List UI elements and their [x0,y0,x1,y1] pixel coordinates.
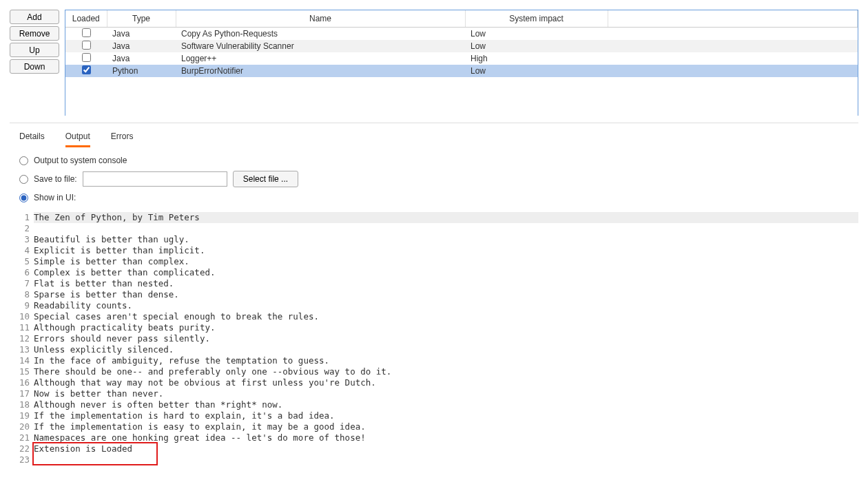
output-line: Special cases aren't special enough to b… [34,311,858,322]
output-line: If the implementation is easy to explain… [34,421,858,432]
output-line: Extension is Loaded [34,443,858,454]
output-line: Readability counts. [34,300,858,311]
save-file-path-input[interactable] [83,171,227,187]
output-text-panel: 1234567891011121314151617181920212223 Th… [19,212,858,504]
output-line: Although that way may not be obvious at … [34,377,858,388]
loaded-checkbox[interactable] [82,65,91,74]
output-line: Although practicality beats purity. [34,322,858,333]
col-header-loaded[interactable]: Loaded [65,10,107,27]
table-row[interactable]: JavaSoftware Vulnerability ScannerLow [65,40,858,52]
line-number-gutter: 1234567891011121314151617181920212223 [19,212,34,504]
line-number: 19 [19,410,30,421]
line-number: 9 [19,300,30,311]
cell-type: Python [107,65,176,77]
add-button[interactable]: Add [10,10,59,24]
tab-details[interactable]: Details [19,132,45,147]
line-number: 8 [19,289,30,300]
line-number: 18 [19,399,30,410]
extension-action-buttons: Add Remove Up Down [10,10,59,116]
output-line: Complex is better than complicated. [34,267,858,278]
table-row[interactable]: PythonBurpErrorNotifierLow [65,65,858,77]
col-header-impact[interactable]: System impact [465,10,608,27]
output-line: Sparse is better than dense. [34,289,858,300]
loaded-checkbox[interactable] [82,28,91,37]
output-line: Namespaces are one honking great idea --… [34,432,858,443]
line-number: 17 [19,388,30,399]
output-line: Simple is better than complex. [34,256,858,267]
line-number: 10 [19,311,30,322]
label-save-to-file[interactable]: Save to file: [34,174,77,184]
cell-impact: Low [465,27,608,40]
output-line: Unless explicitly silenced. [34,344,858,355]
output-line: Errors should never pass silently. [34,333,858,344]
cell-impact: High [465,52,608,65]
label-output-console[interactable]: Output to system console [34,156,127,165]
col-header-name[interactable]: Name [176,10,465,27]
output-line: Beautiful is better than ugly. [34,234,858,245]
tab-output[interactable]: Output [65,132,90,147]
radio-show-in-ui[interactable] [19,193,28,202]
line-number: 22 [19,443,30,454]
down-button[interactable]: Down [10,59,59,74]
up-button[interactable]: Up [10,43,59,57]
loaded-checkbox[interactable] [82,41,91,50]
col-header-type[interactable]: Type [107,10,176,27]
line-number: 1 [19,212,30,223]
cell-empty [608,40,858,52]
output-line [34,223,858,234]
line-number: 4 [19,245,30,256]
line-number: 16 [19,377,30,388]
output-line: If the implementation is hard to explain… [34,410,858,421]
cell-impact: Low [465,65,608,77]
line-number: 7 [19,278,30,289]
radio-output-console[interactable] [19,156,28,165]
remove-button[interactable]: Remove [10,26,59,41]
cell-name: Logger++ [176,52,465,65]
cell-type: Java [107,27,176,40]
output-line: In the face of ambiguity, refuse the tem… [34,355,858,366]
line-number: 11 [19,322,30,333]
tab-errors[interactable]: Errors [111,132,134,147]
line-number: 13 [19,344,30,355]
loaded-checkbox[interactable] [82,53,91,62]
output-line: Flat is better than nested. [34,278,858,289]
output-line [34,454,858,465]
table-row[interactable]: JavaLogger++High [65,52,858,65]
line-number: 21 [19,432,30,443]
extensions-table: Loaded Type Name System impact JavaCopy … [65,10,858,116]
line-number: 12 [19,333,30,344]
line-number: 2 [19,223,30,234]
line-number: 3 [19,234,30,245]
output-line: Now is better than never. [34,388,858,399]
line-number: 5 [19,256,30,267]
output-text-lines[interactable]: The Zen of Python, by Tim PetersBeautifu… [34,212,858,504]
cell-type: Java [107,52,176,65]
select-file-button[interactable]: Select file ... [233,171,298,187]
cell-impact: Low [465,40,608,52]
label-show-in-ui[interactable]: Show in UI: [34,193,76,202]
cell-empty [608,52,858,65]
output-line: Explicit is better than implicit. [34,245,858,256]
radio-save-to-file[interactable] [19,175,28,184]
cell-name: Software Vulnerability Scanner [176,40,465,52]
cell-empty [608,65,858,77]
table-row[interactable]: JavaCopy As Python-RequestsLow [65,27,858,40]
output-options: Output to system console Save to file: S… [0,147,868,202]
output-line: The Zen of Python, by Tim Peters [34,212,858,223]
output-line: There should be one-- and preferably onl… [34,366,858,377]
detail-tabs: Details Output Errors [0,123,868,147]
line-number: 6 [19,267,30,278]
cell-name: Copy As Python-Requests [176,27,465,40]
line-number: 15 [19,366,30,377]
cell-empty [608,27,858,40]
col-header-empty [608,10,858,27]
output-line: Although never is often better than *rig… [34,399,858,410]
cell-type: Java [107,40,176,52]
line-number: 23 [19,454,30,465]
cell-name: BurpErrorNotifier [176,65,465,77]
line-number: 14 [19,355,30,366]
line-number: 20 [19,421,30,432]
